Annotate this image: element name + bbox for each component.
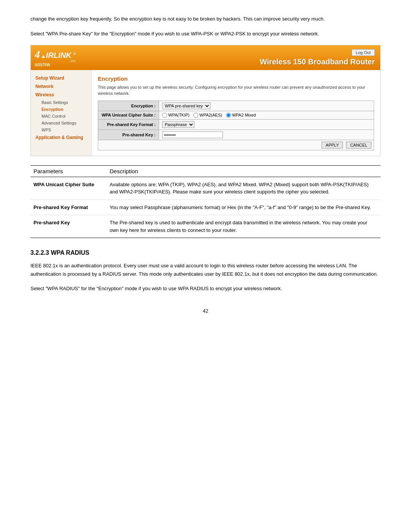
cipher-options-cell: WPA(TKIP) WPA2(AES) WPA2 Mixed — [159, 111, 374, 119]
sidebar-item-wireless[interactable]: Wireless — [31, 91, 91, 99]
sidebar-item-network[interactable]: Network — [31, 82, 91, 91]
params-col1: Parameters — [30, 165, 107, 177]
parameters-table: Parameters Description WPA Unicast Ciphe… — [30, 165, 381, 238]
psk-input-cell — [159, 129, 374, 140]
intro-paragraph-2: Select "WPA Pre-share Key" for the "Encr… — [30, 30, 381, 38]
format-select[interactable]: Passphrase Hex — [162, 121, 194, 128]
table-row: Pre-shared Key The Pre-shared key is use… — [30, 215, 381, 238]
wpa-radius-title: 3.2.2.3 WPA RADIUS — [30, 249, 381, 256]
cipher-tkip-radio[interactable] — [162, 113, 167, 118]
router-ui-frame: 4 ▲IRLINK ® 101 AR570W Log Out Wireless … — [30, 45, 381, 156]
encryption-form: Encryption : WPA pre-shared key WPA RADI… — [98, 101, 374, 140]
cipher-mixed-label: WPA2 Mixed — [226, 113, 256, 118]
param-name-format: Pre-shared Key Format — [30, 200, 107, 215]
cipher-mixed-radio[interactable] — [226, 113, 231, 118]
param-desc-psk: The Pre-shared key is used to authentica… — [107, 215, 381, 238]
table-row: Pre-shared Key Format You may select Pas… — [30, 200, 381, 215]
encryption-select[interactable]: WPA pre-shared key WPA RADIUS WEP Disabl… — [162, 102, 210, 109]
cancel-button[interactable]: CANCEL — [346, 142, 371, 149]
sidebar-item-app-gaming[interactable]: Application & Gaming — [31, 133, 91, 142]
wpa-radius-section: 3.2.2.3 WPA RADIUS IEEE 802.1x is an aut… — [30, 249, 381, 293]
header-right: Log Out Wireless 150 Broadband Router — [260, 49, 375, 66]
encryption-select-cell: WPA pre-shared key WPA RADIUS WEP Disabl… — [159, 101, 374, 111]
model-label: AR570W — [35, 63, 76, 67]
sidebar-item-advanced-settings[interactable]: Advanced Settings — [31, 120, 91, 126]
wpa-radius-para1: IEEE 802.1x is an authentication protoco… — [30, 262, 381, 278]
form-button-row: APPLY CANCEL — [98, 140, 374, 150]
table-row: WPA Unicast Cipher Suite Available optio… — [30, 177, 381, 200]
main-content: Encryption This page allows you to set u… — [92, 70, 380, 156]
param-desc-cipher: Available options are: WPA (TKIP), WPA2 … — [107, 177, 381, 200]
logout-button[interactable]: Log Out — [352, 49, 375, 56]
page-description: This page allows you to set up the wirel… — [98, 84, 374, 97]
param-name-psk: Pre-shared Key — [30, 215, 107, 238]
encryption-label: Encryption : — [98, 101, 159, 111]
page-title: Encryption — [98, 75, 374, 82]
sidebar: Setup Wizard Network Wireless Basic Sett… — [31, 70, 92, 156]
cipher-label: WPA Unicast Cipher Suite : — [98, 111, 159, 119]
cipher-tkip-label: WPA(TKIP) — [162, 113, 190, 118]
cipher-aes-radio[interactable] — [193, 113, 198, 118]
psk-label: Pre-shared Key : — [98, 129, 159, 140]
router-body: Setup Wizard Network Wireless Basic Sett… — [31, 70, 380, 156]
page-number: 42 — [30, 308, 381, 314]
apply-button[interactable]: APPLY — [322, 142, 343, 149]
wpa-radius-para2: Select "WPA RADIUS" for the "Encryption"… — [30, 284, 381, 293]
router-header: 4 ▲IRLINK ® 101 AR570W Log Out Wireless … — [31, 45, 380, 70]
intro-paragraph-1: change the encryption key frequently. So… — [30, 15, 381, 23]
cipher-radio-group: WPA(TKIP) WPA2(AES) WPA2 Mixed — [162, 113, 371, 118]
sidebar-item-encryption[interactable]: Encryption — [31, 106, 91, 113]
header-title: Wireless 150 Broadband Router — [260, 58, 375, 66]
sidebar-item-setup-wizard[interactable]: Setup Wizard — [31, 74, 91, 82]
router-logo: 4 ▲IRLINK ® 101 AR570W — [35, 48, 76, 67]
format-select-cell: Passphrase Hex — [159, 119, 374, 129]
sidebar-item-mac-control[interactable]: MAC Control — [31, 113, 91, 120]
cipher-aes-label: WPA2(AES) — [193, 113, 222, 118]
sidebar-item-wps[interactable]: WPS — [31, 126, 91, 133]
sidebar-item-basic-settings[interactable]: Basic Settings — [31, 99, 91, 106]
format-label: Pre-shared Key Format : — [98, 119, 159, 129]
psk-input[interactable] — [162, 131, 223, 138]
params-col2: Description — [107, 165, 381, 177]
param-name-cipher: WPA Unicast Cipher Suite — [30, 177, 107, 200]
param-desc-format: You may select Passphrase (alphanumeric … — [107, 200, 381, 215]
